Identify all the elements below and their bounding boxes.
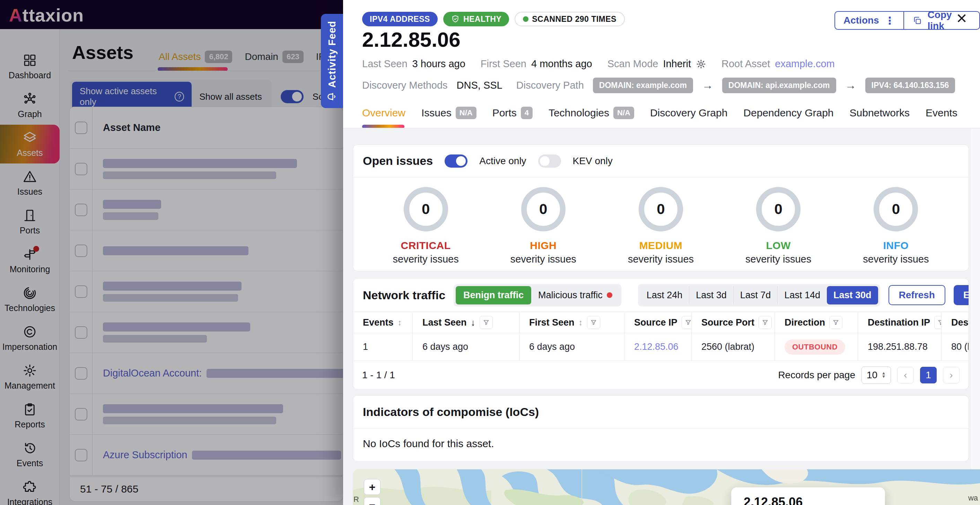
actions-label: Actions [843,15,879,26]
range-last-30d[interactable]: Last 30d [827,286,878,305]
discovery-path-node[interactable]: IPV4: 64.140.163.156 [865,78,955,93]
root-asset-label: Root Asset [721,58,770,70]
col-first-seen[interactable]: First Seen↕ [519,312,624,333]
direction-badge: OUTBOUND [784,340,845,355]
scan-mode-value: Inherit [663,58,691,70]
zoom-in-button[interactable]: + [364,479,380,495]
map-popup-card: 2.12.85.06 [731,488,885,505]
col-destination-port[interactable]: Dest [941,312,969,333]
filter-icon[interactable] [829,316,842,329]
severity-ring: 0 [756,187,800,231]
kev-only-toggle[interactable] [538,154,561,168]
export-csv-button[interactable]: Export CSV [954,285,969,305]
records-per-page-select[interactable]: 10 ▲▼ [861,367,891,384]
scan-count-label: SCANNED 290 TIMES [532,14,616,24]
range-last-7d[interactable]: Last 7d [733,286,778,305]
benign-traffic-button[interactable]: Benign traffic [456,286,531,305]
traffic-type-segment: Benign traffic Malicious traffic [453,284,621,306]
scan-count-badge: SCANNED 290 TIMES [515,12,625,26]
range-last-14d[interactable]: Last 14d [777,286,827,305]
filter-icon[interactable] [934,316,941,329]
discovery-path-label: Discovery Path [516,79,584,91]
asset-type-badge: IPV4 ADDRESS [362,12,438,26]
severity-caption: severity issues [863,254,929,265]
detail-tabs: Overview IssuesN/A Ports4 TechnologiesN/… [362,107,958,119]
iocs-header: Indicators of compomise (IoCs) [353,395,969,429]
map-terrain [353,469,980,505]
discovery-methods-value: DNS, SSL [457,79,503,91]
tab-ports[interactable]: Ports4 [492,107,533,119]
tab-label: Events [926,107,958,119]
col-events[interactable]: Events↕ [353,312,412,333]
first-seen-cell: 6 days ago [519,333,624,360]
records-per-page-label: Records per page [778,370,855,381]
open-issues-card: Open issues Active only KEV only 0 CRITI… [353,145,969,271]
discovery-path-node[interactable]: DOMAIN: api.example.com [722,78,836,93]
scan-mode-settings-icon[interactable] [696,59,706,69]
prev-page-button[interactable]: ‹ [897,367,914,383]
range-last-3d[interactable]: Last 3d [689,286,733,305]
source-ip-link[interactable]: 2.12.85.06 [634,341,679,352]
red-dot-icon [607,292,612,298]
root-asset-link[interactable]: example.com [775,58,834,70]
severity-name: INFO [883,240,909,251]
first-seen-label: First Seen [480,58,527,70]
tab-subnetworks[interactable]: Subnetworks [850,107,910,119]
iocs-title: Indicators of compomise (IoCs) [363,405,539,419]
actions-button[interactable]: Actions ⋮ [835,12,904,29]
filter-icon[interactable] [682,316,691,329]
sort-desc-icon[interactable]: ↓ [471,317,476,328]
sort-icon[interactable]: ↕ [398,318,402,327]
close-icon[interactable]: × [956,9,967,27]
arrow-right-icon: → [845,79,856,92]
tab-events[interactable]: Events [926,107,958,119]
kebab-menu-icon: ⋮ [885,14,895,27]
per-page-value: 10 [867,370,877,381]
severity-name: MEDIUM [640,240,682,251]
col-source-port[interactable]: Source Port [691,312,775,333]
tab-discovery-graph[interactable]: Discovery Graph [650,107,727,119]
malicious-traffic-button[interactable]: Malicious traffic [531,286,619,305]
filter-icon[interactable] [587,316,600,329]
scrollbar-gutter[interactable] [971,129,980,470]
network-traffic-header: Network traffic Benign traffic Malicious… [353,278,969,312]
network-traffic-card: Network traffic Benign traffic Malicious… [353,278,969,390]
severity-caption: severity issues [511,254,576,265]
sort-icon[interactable]: ↕ [579,318,583,327]
traffic-table-row[interactable]: 1 6 days ago 6 days ago 2.12.85.06 2560 … [353,333,969,361]
malicious-label: Malicious traffic [538,290,603,301]
col-last-seen[interactable]: Last Seen↓ [412,312,519,333]
copy-link-button[interactable]: Copy link [904,12,979,29]
tab-technologies[interactable]: TechnologiesN/A [549,107,634,119]
record-range-summary: 1 - 1 / 1 [362,370,395,381]
range-last-24h[interactable]: Last 24h [640,286,689,305]
filter-icon[interactable] [759,316,772,329]
tab-issues[interactable]: IssuesN/A [422,107,476,119]
col-destination-ip[interactable]: Destination IP [858,312,941,333]
refresh-button[interactable]: Refresh [889,285,945,305]
bell-icon [326,91,338,103]
col-direction[interactable]: Direction [775,312,858,333]
geolocation-map[interactable]: R wa + − 2.12.85.06 [353,469,980,505]
next-page-button[interactable]: › [943,367,959,383]
map-label-fragment: wa [968,494,978,503]
col-source-ip[interactable]: Source IP [624,312,691,333]
network-traffic-title: Network traffic [363,289,445,302]
discovery-path-node[interactable]: DOMAIN: example.com [593,78,693,93]
severity-high: 0 HIGH severity issues [511,187,576,265]
active-only-toggle[interactable] [445,154,468,168]
zoom-out-button[interactable]: − [364,497,380,505]
severity-name: CRITICAL [401,240,451,251]
tab-dependency-graph[interactable]: Dependency Graph [743,107,834,119]
detail-body: Open issues Active only KEV only 0 CRITI… [343,129,980,505]
severity-info: 0 INFO severity issues [863,187,929,265]
severity-name: HIGH [530,240,557,251]
filter-icon[interactable] [480,316,493,329]
modal-backdrop[interactable] [0,0,343,505]
open-issues-header: Open issues Active only KEV only [353,145,969,177]
tab-label: Technologies [549,107,609,119]
tab-overview[interactable]: Overview [362,107,406,119]
page-1-button[interactable]: 1 [920,367,937,383]
source-port-cell: 2560 (labrat) [691,333,775,360]
activity-feed-tab[interactable]: Activity Feed [321,14,343,108]
